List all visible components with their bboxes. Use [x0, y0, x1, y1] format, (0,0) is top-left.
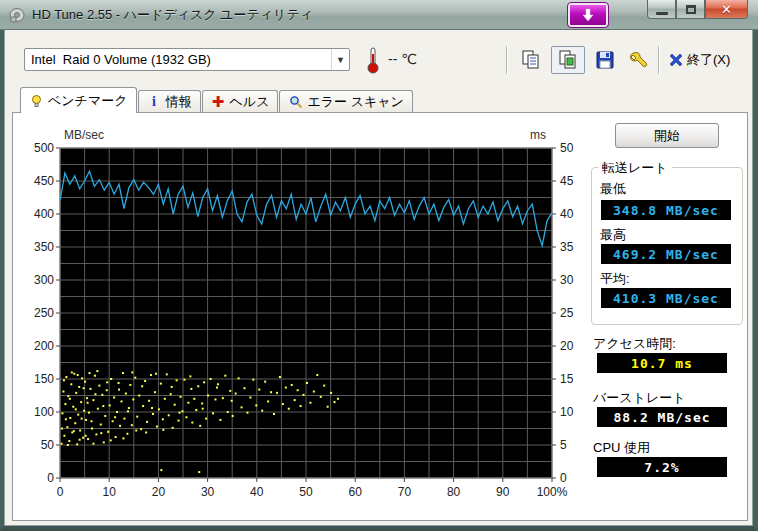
minimize-icon	[656, 12, 668, 15]
access-time-value: 10.7 ms	[597, 353, 727, 373]
axis-tick-label: 15	[560, 372, 588, 386]
toolbar-separator	[658, 46, 659, 74]
axis-tick-label: 100	[22, 405, 54, 419]
benchmark-panel: 0501001502002503003504004505000510152025…	[12, 112, 748, 521]
max-value: 469.2 MB/sec	[601, 244, 731, 264]
axis-tick-label: 50	[560, 141, 588, 155]
tab-error-scan[interactable]: エラー スキャン	[279, 90, 412, 113]
transfer-rate-group: 転送レート 最低 348.8 MB/sec 最高 469.2 MB/sec 平均…	[591, 167, 743, 325]
axis-tick-label: 350	[22, 240, 54, 254]
tab-health-label: ヘルス	[230, 93, 270, 111]
axis-tick-label: 300	[22, 273, 54, 287]
maximize-icon	[686, 5, 696, 14]
app-icon	[8, 7, 26, 23]
max-label: 最高	[600, 226, 626, 244]
start-button[interactable]: 開始	[615, 123, 719, 148]
axis-tick-label: 30	[560, 273, 588, 287]
options-button[interactable]	[624, 46, 654, 74]
burst-rate-label: バーストレート	[593, 389, 686, 407]
wrench-options-icon	[628, 49, 650, 71]
magnifier-icon	[288, 95, 303, 110]
avg-label: 平均:	[600, 270, 630, 288]
thermometer-icon	[366, 46, 380, 74]
copy-text-button[interactable]	[516, 46, 546, 74]
exit-button[interactable]: 終了(X)	[668, 47, 730, 73]
health-cross-icon: ✚	[211, 95, 226, 110]
exit-x-icon	[668, 52, 684, 68]
axis-tick-label: 0	[560, 471, 588, 485]
axis-tick-label: MB/sec	[64, 128, 104, 142]
axis-tick-label: 20	[136, 485, 180, 499]
info-icon: i	[147, 95, 162, 110]
close-icon: ✕	[721, 2, 732, 17]
window-title: HD Tune 2.55 - ハードディスク ユーティリティ	[32, 6, 313, 24]
save-screenshot-button[interactable]	[590, 46, 620, 74]
axis-tick-label: 20	[560, 339, 588, 353]
axis-tick-label: 0	[22, 471, 54, 485]
chevron-down-icon: ▼	[331, 49, 349, 70]
tab-info-label: 情報	[166, 93, 192, 111]
tab-benchmark[interactable]: ベンチマーク	[20, 87, 137, 113]
download-arrow-icon	[581, 8, 595, 22]
axis-tick-label: 200	[22, 339, 54, 353]
axis-tick-label: 250	[22, 306, 54, 320]
save-icon	[594, 49, 616, 71]
drive-selector-value: Intel Raid 0 Volume (1932 GB)	[25, 52, 331, 67]
axis-tick-label: 50	[284, 485, 328, 499]
axis-tick-label: 80	[432, 485, 476, 499]
copy-screenshot-button[interactable]	[551, 46, 585, 74]
axis-tick-label: 100%	[530, 485, 574, 499]
min-value: 348.8 MB/sec	[601, 200, 731, 220]
transfer-rate-group-label: 転送レート	[598, 159, 672, 177]
axis-tick-label: ms	[530, 128, 546, 142]
burst-rate-value: 88.2 MB/sec	[597, 407, 727, 427]
axis-tick-label: 70	[382, 485, 426, 499]
min-label: 最低	[600, 180, 626, 198]
axis-tick-label: 50	[22, 438, 54, 452]
download-overlay-button[interactable]	[568, 3, 608, 27]
axis-tick-label: 0	[38, 485, 82, 499]
tab-health[interactable]: ✚ ヘルス	[202, 90, 279, 113]
axis-tick-label: 150	[22, 372, 54, 386]
close-button[interactable]: ✕	[705, 0, 748, 19]
axis-tick-label: 400	[22, 207, 54, 221]
tab-strip: ベンチマーク i 情報 ✚ ヘルス エラー スキャン	[20, 87, 414, 113]
app-window: HD Tune 2.55 - ハードディスク ユーティリティ ✕ Intel R…	[0, 0, 758, 531]
avg-value: 410.3 MB/sec	[601, 288, 731, 308]
title-bar: HD Tune 2.55 - ハードディスク ユーティリティ ✕	[0, 0, 758, 30]
axis-tick-label: 5	[560, 438, 588, 452]
axis-tick-label: 45	[560, 174, 588, 188]
tab-error-scan-label: エラー スキャン	[307, 93, 403, 111]
maximize-button[interactable]	[676, 0, 705, 19]
axis-tick-label: 40	[235, 485, 279, 499]
copy-icon	[520, 49, 542, 71]
axis-tick-label: 10	[560, 405, 588, 419]
minimize-button[interactable]	[647, 0, 676, 19]
axis-tick-label: 40	[560, 207, 588, 221]
axis-tick-label: 450	[22, 174, 54, 188]
axis-tick-label: 35	[560, 240, 588, 254]
axis-tick-label: 30	[186, 485, 230, 499]
drive-selector[interactable]: Intel Raid 0 Volume (1932 GB) ▼	[24, 48, 350, 71]
toolbar-separator	[506, 46, 507, 74]
axis-tick-label: 500	[22, 141, 54, 155]
tab-benchmark-label: ベンチマーク	[48, 92, 128, 110]
temperature-value: -- ℃	[388, 51, 417, 67]
window-controls: ✕	[647, 0, 748, 19]
access-time-label: アクセス時間:	[593, 335, 676, 353]
axis-tick-label: 25	[560, 306, 588, 320]
exit-label: 終了(X)	[687, 51, 730, 69]
tab-info[interactable]: i 情報	[138, 90, 201, 113]
copy-screenshot-icon	[557, 49, 579, 71]
cpu-usage-value: 7.2%	[597, 457, 727, 477]
benchmark-plot	[55, 143, 557, 483]
axis-tick-label: 10	[87, 485, 131, 499]
cpu-usage-label: CPU 使用	[593, 439, 650, 457]
lightbulb-icon	[29, 93, 44, 108]
axis-tick-label: 60	[333, 485, 377, 499]
axis-tick-label: 90	[481, 485, 525, 499]
